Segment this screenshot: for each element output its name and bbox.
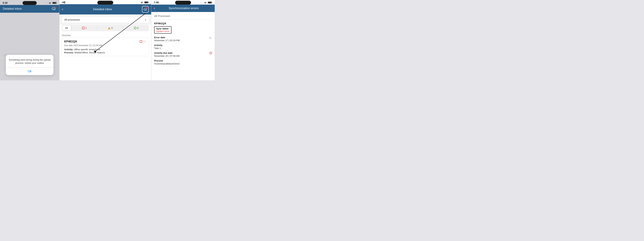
activity-row: Activity Task 1 <box>154 44 212 49</box>
dropdown-area: All processes ∨ <box>60 14 151 25</box>
sync-failed-text: Sync failed <box>156 27 169 30</box>
signal-bar-4 <box>64 1 65 3</box>
task-card: KP461QA ☆ Due date 2023 November 21 | 01… <box>62 37 149 56</box>
svg-rect-5 <box>145 2 148 3</box>
task-star-icon[interactable]: ☆ <box>144 40 146 43</box>
orange-triangle-icon <box>108 27 110 29</box>
back-button-2[interactable]: ‹ <box>62 7 63 11</box>
status-right-3: ···· <box>200 1 212 4</box>
time-3: 7:58 <box>154 1 159 4</box>
wifi-icon-2 <box>140 1 144 3</box>
tab-divider-3 <box>123 26 123 30</box>
task-red-square-icon <box>140 40 142 43</box>
wifi-icon-1 <box>48 1 52 4</box>
task-id: KP461QA <box>64 40 77 43</box>
status-bar-2 <box>60 0 151 4</box>
battery-icon-2 <box>144 1 149 3</box>
status-right-2 <box>140 1 149 3</box>
task-due-date: Due date 2023 November 21 | 01:59 PM <box>64 44 146 47</box>
svg-rect-9 <box>212 2 212 3</box>
activity-label-3: Activity <box>154 44 212 46</box>
green-circle-icon <box>134 27 136 29</box>
signal-bar-1 <box>62 2 62 3</box>
dropdown-label: All processes <box>64 18 80 21</box>
process-label-3: Process <box>154 59 212 62</box>
error-date-content: Error date November 17 | 03:18 PM <box>154 36 180 42</box>
svg-rect-4 <box>148 2 149 3</box>
panel-3: 7:58 ···· ‹ Synchronization errors All P… <box>151 0 215 80</box>
panel-1: 3:18 ···· Detailed inbox <box>0 0 59 80</box>
status-right-1: ···· <box>45 1 57 4</box>
red-count: 1 <box>85 27 87 29</box>
wifi-icon-3 <box>204 1 207 4</box>
error-date-value: November 17 | 03:18 PM <box>154 39 180 42</box>
system-error-text: System error <box>156 30 169 33</box>
dialog-box: Something went wrong during the upload p… <box>6 55 54 75</box>
svg-rect-2 <box>53 2 56 3</box>
filter-tab-red[interactable]: 1 <box>72 25 97 30</box>
process-value-3: Accionesyvalidacionesv2 <box>154 62 212 65</box>
battery-icon-3 <box>208 1 212 4</box>
all-processes-label: All Processes <box>154 14 212 19</box>
svg-rect-10 <box>208 2 211 3</box>
activity-due-label: Activity due date <box>154 52 180 54</box>
sync-failed-box: Sync failed System error <box>154 26 172 34</box>
signal-dots-3: ···· <box>200 1 203 3</box>
activity-due-red-square <box>210 52 212 54</box>
task-icons: ☆ <box>140 40 146 43</box>
filter-tab-green[interactable]: 0 <box>124 25 148 30</box>
activity-value-3: Task 1 <box>154 47 212 49</box>
panel1-header-title: Detailed inbox <box>3 7 22 10</box>
chevron-down-icon: ∨ <box>145 18 146 21</box>
process-label: Process: <box>64 51 74 54</box>
dialog-ok-button[interactable]: Ok <box>9 68 50 75</box>
filter-tab-all[interactable]: All <box>62 25 71 30</box>
signal-bars-2 <box>62 1 65 3</box>
refresh-icon[interactable]: ↻ <box>209 36 212 40</box>
signal-bar-2 <box>63 1 63 3</box>
activity-due-row: Activity due date November 20 | 07:58 AM <box>154 52 212 57</box>
filter-tabs: All 1 0 0 <box>62 25 149 31</box>
error-date-label: Error date <box>154 36 180 39</box>
process-row: Process Accionesyvalidacionesv2 <box>154 59 212 65</box>
process-value: MobileOffline: Render buttons <box>74 51 105 54</box>
nav-bar-2: ‹ Detailed inbox <box>60 4 151 14</box>
activity-due-content: Activity due date November 20 | 07:58 AM <box>154 52 180 57</box>
dynamic-island-1 <box>22 1 37 5</box>
cloud-sync-button-2[interactable] <box>142 6 149 13</box>
panel3-nav-title: Synchronization errors <box>155 6 212 10</box>
nav-bar-3: ‹ Synchronization errors <box>151 4 215 12</box>
svg-rect-1 <box>56 2 57 3</box>
dynamic-island-3 <box>175 1 191 4</box>
process-dropdown[interactable]: All processes ∨ <box>62 16 149 23</box>
activity-label: Activity: <box>64 48 73 51</box>
panel-2: ‹ Detailed inbox All processes ∨ All 1 0 <box>59 0 151 80</box>
detail-content: All Processes KP461QA Sync failed System… <box>151 12 215 80</box>
filter-tab-orange[interactable]: 0 <box>98 25 122 30</box>
red-dot-2 <box>146 7 148 9</box>
error-date-row: Error date November 17 | 03:18 PM ↻ <box>154 36 212 42</box>
task-activity: Activity: offline specific smarphone <box>64 48 146 51</box>
header-bar-1: Detailed inbox <box>0 5 59 13</box>
task-card-header: KP461QA ☆ <box>64 40 146 43</box>
activity-due-value: November 20 | 07:58 AM <box>154 55 180 57</box>
small-cloud-icon <box>4 53 8 57</box>
dynamic-island-2 <box>97 1 113 4</box>
battery-icon-1 <box>52 2 57 4</box>
red-square-icon <box>82 27 84 29</box>
back-button-3[interactable]: ‹ <box>154 6 155 10</box>
section-overdue-label: Overdue <box>60 33 151 37</box>
cloud-sync-icon-1[interactable] <box>52 7 56 11</box>
green-count: 0 <box>137 27 139 29</box>
red-dot-1 <box>55 7 56 8</box>
task-process: Process: MobileOffline: Render buttons <box>64 51 146 54</box>
detail-task-id: KP461QA <box>154 22 212 25</box>
orange-count: 0 <box>111 27 113 29</box>
activity-value: offline specific smarphone <box>74 48 100 51</box>
time-1: 3:18 <box>2 1 8 4</box>
status-bar-1: 3:18 ···· <box>0 0 59 5</box>
panel1-content: Something went wrong during the upload p… <box>0 13 59 80</box>
dialog-message: Something went wrong during the upload p… <box>9 58 50 67</box>
status-bar-3: 7:58 ···· <box>151 0 215 4</box>
signal-bar-3 <box>64 1 64 3</box>
